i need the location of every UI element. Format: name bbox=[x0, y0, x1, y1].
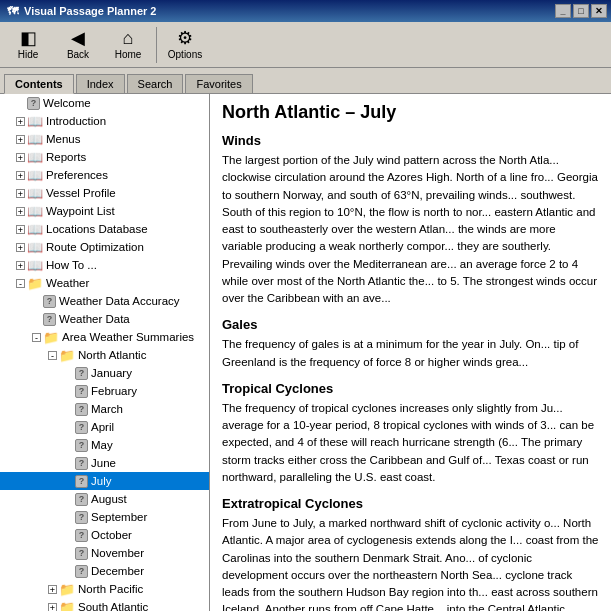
home-label: Home bbox=[115, 49, 142, 60]
titlebar: 🗺 Visual Passage Planner 2 _ □ ✕ bbox=[0, 0, 611, 22]
options-button[interactable]: ⚙ Options bbox=[161, 25, 209, 65]
sidebar: ?Welcome+📖Introduction+📖Menus+📖Reports+📖… bbox=[0, 94, 210, 611]
tree-item-south-atlantic[interactable]: +📁South Atlantic bbox=[0, 598, 209, 611]
hide-button[interactable]: ◧ Hide bbox=[4, 25, 52, 65]
tree-item-north-atlantic[interactable]: -📁North Atlantic bbox=[0, 346, 209, 364]
tree-item-october[interactable]: ?October bbox=[0, 526, 209, 544]
toolbar-divider bbox=[156, 27, 157, 63]
tree-item-weather[interactable]: -📁Weather bbox=[0, 274, 209, 292]
window-controls[interactable]: _ □ ✕ bbox=[555, 4, 607, 18]
tree-label-october: October bbox=[91, 529, 132, 541]
tab-contents[interactable]: Contents bbox=[4, 74, 74, 94]
tree-label-how-to: How To ... bbox=[46, 259, 97, 271]
tree-item-july[interactable]: ?July bbox=[0, 472, 209, 490]
tree-label-south-atlantic: South Atlantic bbox=[78, 601, 148, 611]
section-heading: Extratropical Cyclones bbox=[222, 496, 599, 511]
tree-label-december: December bbox=[91, 565, 144, 577]
tree-item-december[interactable]: ?December bbox=[0, 562, 209, 580]
tree-label-locations-db: Locations Database bbox=[46, 223, 148, 235]
tree-label-welcome: Welcome bbox=[43, 97, 91, 109]
tree-item-welcome[interactable]: ?Welcome bbox=[0, 94, 209, 112]
tree-label-area-weather: Area Weather Summaries bbox=[62, 331, 194, 343]
content-paragraph: From June to July, a marked northward sh… bbox=[222, 515, 599, 611]
tree-label-weather-data-acc: Weather Data Accuracy bbox=[59, 295, 180, 307]
content-title: North Atlantic – July bbox=[222, 102, 599, 123]
tree-label-january: January bbox=[91, 367, 132, 379]
hide-label: Hide bbox=[18, 49, 39, 60]
back-button[interactable]: ◀ Back bbox=[54, 25, 102, 65]
tree-label-introduction: Introduction bbox=[46, 115, 106, 127]
tab-index[interactable]: Index bbox=[76, 74, 125, 93]
tree-item-how-to[interactable]: +📖How To ... bbox=[0, 256, 209, 274]
tab-search[interactable]: Search bbox=[127, 74, 184, 93]
tree-label-north-atlantic: North Atlantic bbox=[78, 349, 146, 361]
tree-item-june[interactable]: ?June bbox=[0, 454, 209, 472]
section-heading: Winds bbox=[222, 133, 599, 148]
back-label: Back bbox=[67, 49, 89, 60]
maximize-button[interactable]: □ bbox=[573, 4, 589, 18]
section-heading: Gales bbox=[222, 317, 599, 332]
tree-label-weather: Weather bbox=[46, 277, 89, 289]
back-icon: ◀ bbox=[71, 29, 85, 47]
tree-label-north-pacific: North Pacific bbox=[78, 583, 143, 595]
options-icon: ⚙ bbox=[177, 29, 193, 47]
tree-label-reports: Reports bbox=[46, 151, 86, 163]
tree-item-menus[interactable]: +📖Menus bbox=[0, 130, 209, 148]
tree-label-vessel-profile: Vessel Profile bbox=[46, 187, 116, 199]
content-paragraph: The largest portion of the July wind pat… bbox=[222, 152, 599, 307]
tree-item-november[interactable]: ?November bbox=[0, 544, 209, 562]
tab-bar: Contents Index Search Favorites bbox=[0, 68, 611, 94]
tree-item-january[interactable]: ?January bbox=[0, 364, 209, 382]
toolbar: ◧ Hide ◀ Back ⌂ Home ⚙ Options bbox=[0, 22, 611, 68]
content-area: North Atlantic – July WindsThe largest p… bbox=[210, 94, 611, 611]
tree-item-preferences[interactable]: +📖Preferences bbox=[0, 166, 209, 184]
tree-item-september[interactable]: ?September bbox=[0, 508, 209, 526]
content-paragraph: The frequency of gales is at a minimum f… bbox=[222, 336, 599, 371]
app-title: Visual Passage Planner 2 bbox=[24, 5, 156, 17]
tree-item-introduction[interactable]: +📖Introduction bbox=[0, 112, 209, 130]
tree-label-may: May bbox=[91, 439, 113, 451]
tree-item-weather-data[interactable]: ?Weather Data bbox=[0, 310, 209, 328]
tree-label-july: July bbox=[91, 475, 111, 487]
tree-item-locations-db[interactable]: +📖Locations Database bbox=[0, 220, 209, 238]
app-icon: 🗺 bbox=[4, 3, 20, 19]
tree-item-august[interactable]: ?August bbox=[0, 490, 209, 508]
tree-item-vessel-profile[interactable]: +📖Vessel Profile bbox=[0, 184, 209, 202]
tree-item-february[interactable]: ?February bbox=[0, 382, 209, 400]
sidebar-scroll[interactable]: ?Welcome+📖Introduction+📖Menus+📖Reports+📖… bbox=[0, 94, 209, 611]
tree-item-may[interactable]: ?May bbox=[0, 436, 209, 454]
tree-item-march[interactable]: ?March bbox=[0, 400, 209, 418]
tree-label-august: August bbox=[91, 493, 127, 505]
tree-label-menus: Menus bbox=[46, 133, 81, 145]
tree-label-february: February bbox=[91, 385, 137, 397]
tree-item-north-pacific[interactable]: +📁North Pacific bbox=[0, 580, 209, 598]
content-paragraph: The frequency of tropical cyclones incre… bbox=[222, 400, 599, 486]
home-button[interactable]: ⌂ Home bbox=[104, 25, 152, 65]
tree-item-route-opt[interactable]: +📖Route Optimization bbox=[0, 238, 209, 256]
tree-label-waypoint-list: Waypoint List bbox=[46, 205, 115, 217]
tab-favorites[interactable]: Favorites bbox=[185, 74, 252, 93]
tree-label-september: September bbox=[91, 511, 147, 523]
home-icon: ⌂ bbox=[123, 29, 134, 47]
tree-item-area-weather[interactable]: -📁Area Weather Summaries bbox=[0, 328, 209, 346]
tree-label-preferences: Preferences bbox=[46, 169, 108, 181]
tree-label-march: March bbox=[91, 403, 123, 415]
main-area: ?Welcome+📖Introduction+📖Menus+📖Reports+📖… bbox=[0, 94, 611, 611]
tree-label-november: November bbox=[91, 547, 144, 559]
tree-label-route-opt: Route Optimization bbox=[46, 241, 144, 253]
tree-item-waypoint-list[interactable]: +📖Waypoint List bbox=[0, 202, 209, 220]
tree-label-june: June bbox=[91, 457, 116, 469]
tree-label-april: April bbox=[91, 421, 114, 433]
minimize-button[interactable]: _ bbox=[555, 4, 571, 18]
hide-icon: ◧ bbox=[20, 29, 37, 47]
tree-item-april[interactable]: ?April bbox=[0, 418, 209, 436]
tree-item-weather-data-acc[interactable]: ?Weather Data Accuracy bbox=[0, 292, 209, 310]
section-heading: Tropical Cyclones bbox=[222, 381, 599, 396]
tree-label-weather-data: Weather Data bbox=[59, 313, 130, 325]
options-label: Options bbox=[168, 49, 202, 60]
tree-item-reports[interactable]: +📖Reports bbox=[0, 148, 209, 166]
close-button[interactable]: ✕ bbox=[591, 4, 607, 18]
